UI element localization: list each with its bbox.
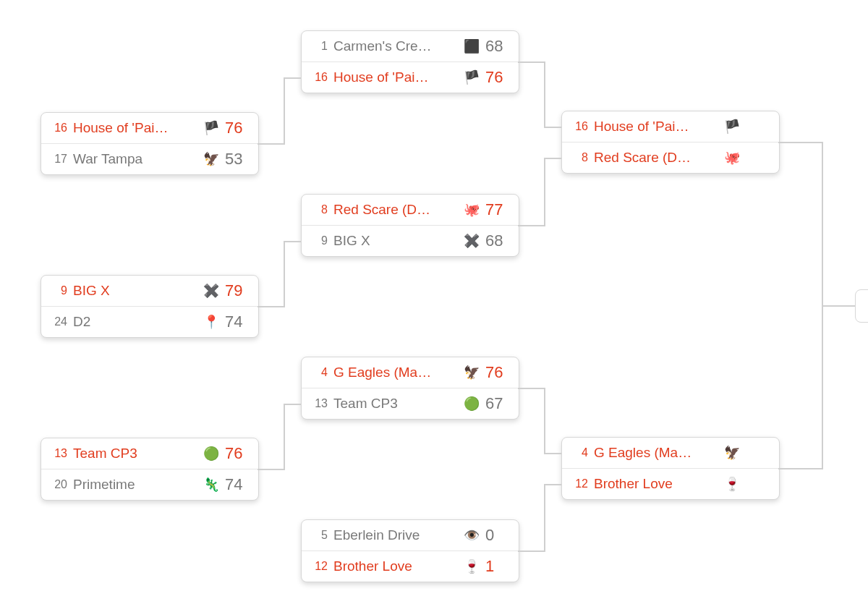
- team-logo-icon: 📍: [203, 314, 219, 330]
- match[interactable]: 4G Eagles (Ma…🦅12Brother Love🍷: [561, 437, 780, 500]
- team-logo-icon: 🟢: [464, 396, 480, 412]
- seed: 9: [310, 234, 328, 247]
- score: 0: [485, 526, 510, 545]
- team-row[interactable]: 16House of 'Pai…🏴76: [41, 113, 258, 143]
- seed: 4: [571, 446, 588, 459]
- bracket-connector: [778, 468, 822, 469]
- match[interactable]: 8Red Scare (D…🐙779BIG X✖️68: [301, 194, 519, 257]
- bracket-connector: [258, 143, 284, 145]
- score: 67: [485, 394, 510, 413]
- bracket-connector: [258, 306, 284, 307]
- team-name: Eberlein Drive: [333, 527, 458, 543]
- team-logo-icon: 🏴: [203, 120, 219, 136]
- bracket-connector: [284, 404, 285, 471]
- team-row[interactable]: 4G Eagles (Ma…🦅76: [302, 357, 519, 388]
- team-row[interactable]: 20Primetime🦎74: [41, 469, 258, 500]
- seed: 5: [310, 529, 328, 542]
- team-name: Carmen's Cre…: [333, 38, 458, 54]
- team-logo-icon: ⬛: [464, 38, 480, 54]
- team-logo-icon: ✖️: [464, 233, 480, 249]
- team-row[interactable]: 1Carmen's Cre…⬛68: [302, 31, 519, 61]
- team-name: Red Scare (D…: [594, 150, 718, 166]
- team-logo-icon: 🐙: [464, 202, 480, 218]
- seed: 13: [50, 447, 67, 460]
- seed: 12: [571, 477, 588, 490]
- team-row[interactable]: 8Red Scare (D…🐙77: [302, 195, 519, 225]
- team-name: House of 'Pai…: [594, 119, 718, 135]
- score: 74: [225, 312, 250, 331]
- team-name: House of 'Pai…: [73, 120, 197, 136]
- score: 68: [485, 231, 510, 250]
- seed: 4: [310, 366, 328, 379]
- seed: 24: [50, 315, 67, 328]
- team-name: House of 'Pai…: [333, 69, 458, 85]
- team-name: War Tampa: [73, 151, 197, 167]
- seed: 13: [310, 397, 328, 410]
- bracket-connector: [518, 388, 544, 389]
- team-logo-icon: 🦅: [724, 445, 740, 461]
- match[interactable]: 9BIG X✖️7924D2📍74: [41, 275, 259, 338]
- team-logo-icon: 🍷: [724, 476, 740, 492]
- team-name: BIG X: [333, 233, 458, 249]
- seed: 16: [310, 71, 328, 84]
- bracket-connector: [778, 142, 822, 143]
- team-row[interactable]: 13Team CP3🟢76: [41, 438, 258, 469]
- seed: 16: [50, 122, 67, 135]
- match[interactable]: 13Team CP3🟢7620Primetime🦎74: [41, 438, 259, 501]
- match[interactable]: 1Carmen's Cre…⬛6816House of 'Pai…🏴76: [301, 30, 519, 93]
- bracket-connector: [518, 550, 544, 552]
- team-logo-icon: 🦅: [203, 151, 219, 167]
- team-name: BIG X: [73, 283, 197, 299]
- team-row[interactable]: 8Red Scare (D…🐙: [562, 142, 779, 173]
- bracket-connector: [518, 225, 544, 226]
- score: 76: [485, 68, 510, 87]
- team-row[interactable]: 12Brother Love🍷1: [302, 550, 519, 582]
- final-slot: [855, 289, 868, 323]
- seed: 1: [310, 40, 328, 53]
- score: 68: [485, 37, 510, 56]
- seed: 8: [571, 151, 588, 164]
- seed: 17: [50, 153, 67, 166]
- team-row[interactable]: 16House of 'Pai…🏴76: [302, 61, 519, 93]
- team-logo-icon: 🐙: [724, 150, 740, 166]
- bracket-connector: [544, 453, 561, 454]
- score: 76: [225, 119, 250, 137]
- team-row[interactable]: 24D2📍74: [41, 306, 258, 337]
- team-logo-icon: 🏴: [464, 69, 480, 85]
- score: 76: [225, 444, 250, 463]
- score: 76: [485, 363, 510, 382]
- bracket-connector: [544, 484, 561, 485]
- match[interactable]: 5Eberlein Drive👁️012Brother Love🍷1: [301, 519, 519, 582]
- match[interactable]: 16House of 'Pai…🏴8Red Scare (D…🐙: [561, 111, 780, 174]
- bracket-connector: [284, 241, 285, 308]
- team-name: Team CP3: [73, 446, 197, 462]
- team-row[interactable]: 5Eberlein Drive👁️0: [302, 520, 519, 550]
- seed: 20: [50, 478, 67, 491]
- team-row[interactable]: 9BIG X✖️68: [302, 225, 519, 256]
- match[interactable]: 4G Eagles (Ma…🦅7613Team CP3🟢67: [301, 357, 519, 420]
- team-logo-icon: 🦎: [203, 477, 219, 493]
- team-logo-icon: ✖️: [203, 283, 219, 299]
- score: 74: [225, 475, 250, 494]
- team-name: Red Scare (D…: [333, 202, 458, 218]
- bracket-connector: [284, 77, 301, 79]
- bracket-connector: [284, 241, 301, 242]
- team-row[interactable]: 13Team CP3🟢67: [302, 388, 519, 419]
- bracket-connector: [544, 388, 545, 454]
- bracket-connector: [544, 61, 545, 128]
- team-row[interactable]: 12Brother Love🍷: [562, 468, 779, 499]
- team-row[interactable]: 17War Tampa🦅53: [41, 143, 258, 174]
- team-row[interactable]: 16House of 'Pai…🏴: [562, 111, 779, 142]
- bracket-connector: [544, 158, 545, 227]
- team-row[interactable]: 9BIG X✖️79: [41, 276, 258, 306]
- team-name: Team CP3: [333, 396, 458, 412]
- seed: 16: [571, 120, 588, 133]
- score: 1: [485, 557, 510, 576]
- team-row[interactable]: 4G Eagles (Ma…🦅: [562, 438, 779, 468]
- score: 79: [225, 281, 250, 300]
- match[interactable]: 16House of 'Pai…🏴7617War Tampa🦅53: [41, 112, 259, 175]
- bracket-connector: [284, 77, 285, 145]
- team-name: G Eagles (Ma…: [333, 365, 458, 380]
- seed: 8: [310, 203, 328, 216]
- team-logo-icon: 👁️: [464, 527, 480, 543]
